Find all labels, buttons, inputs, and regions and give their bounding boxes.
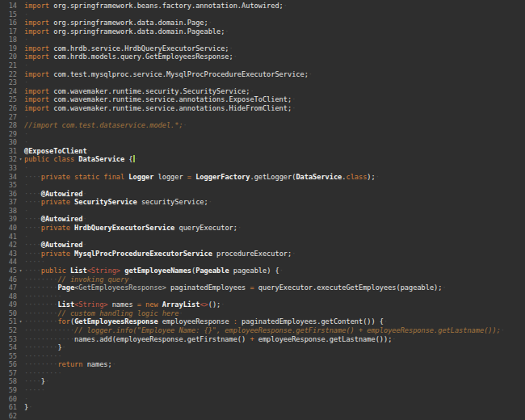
code-line[interactable]: 44····· (0, 258, 525, 267)
line-number[interactable]: 33 (0, 164, 17, 173)
line-number[interactable]: 44 (0, 258, 17, 267)
line-number[interactable]: 21 (0, 61, 17, 70)
line-number[interactable]: 40 (0, 224, 17, 233)
line-number[interactable]: 28 (0, 121, 17, 130)
code-line[interactable]: 27· (0, 113, 525, 122)
code-line[interactable]: 47········Page<GetEmployeesResponse> pag… (0, 284, 525, 292)
code-line[interactable]: 33· (0, 164, 525, 173)
line-number[interactable]: 31 (0, 147, 17, 156)
code-line[interactable]: 34····private static final Logger logger… (0, 173, 525, 182)
code-line[interactable]: 23· (0, 78, 525, 87)
code-line[interactable]: 55········· (0, 352, 525, 361)
code-line[interactable]: 58····}· (0, 377, 525, 386)
code-line[interactable]: 28//import com.test.dataservice.model.*;… (0, 121, 525, 130)
line-number[interactable]: 45 (0, 267, 17, 275)
code-line[interactable]: 20import com.hrdb.models.query.GetEmploy… (0, 52, 525, 61)
line-number[interactable]: 42 (0, 241, 17, 250)
code-line[interactable]: 59····· (0, 386, 525, 395)
line-number[interactable]: 50 (0, 309, 17, 318)
line-number[interactable]: 55 (0, 352, 17, 361)
line-number[interactable]: 52 (0, 326, 17, 335)
line-number[interactable]: 16 (0, 19, 17, 27)
code-line[interactable]: 21· (0, 61, 525, 70)
code-line[interactable]: 35· (0, 181, 525, 190)
code-line[interactable]: 32▾public class DataService {· (0, 155, 525, 164)
code-line[interactable]: 41· (0, 233, 525, 242)
code-line[interactable]: 36····@Autowired· (0, 190, 525, 199)
line-number[interactable]: 56 (0, 360, 17, 369)
line-number[interactable]: 53 (0, 335, 17, 344)
code-line[interactable]: 22import com.test.mysqlproc.service.Mysq… (0, 70, 525, 79)
code-line[interactable]: 25import com.wavemaker.runtime.service.a… (0, 95, 525, 104)
code-line[interactable]: 39····@Autowired· (0, 215, 525, 224)
code-line[interactable]: 16import org.springframework.data.domain… (0, 19, 525, 27)
line-number[interactable]: 23 (0, 78, 17, 87)
line-number[interactable]: 60 (0, 395, 17, 404)
line-number[interactable]: 43 (0, 250, 17, 258)
code-line[interactable]: 38· (0, 207, 525, 216)
line-number[interactable]: 38 (0, 207, 17, 216)
line-number[interactable]: 39 (0, 215, 17, 224)
line-number[interactable]: 57 (0, 369, 17, 378)
code-line[interactable]: 57········· (0, 369, 525, 378)
line-number[interactable]: 29 (0, 130, 17, 139)
code-line[interactable]: 37····private SecurityService securitySe… (0, 198, 525, 207)
code-line[interactable]: 31@ExposeToClient· (0, 147, 525, 156)
code-line[interactable]: 46········// invoking query· (0, 275, 525, 284)
line-number[interactable]: 62 (0, 412, 17, 420)
line-number[interactable]: 17 (0, 27, 17, 36)
code-line[interactable]: 53············names.add(employeeResponse… (0, 335, 525, 344)
code-line[interactable]: 62 (0, 412, 525, 420)
code-line[interactable]: 49········List<String> names = new Array… (0, 300, 525, 309)
code-line[interactable]: 30· (0, 138, 525, 147)
line-number[interactable]: 18 (0, 36, 17, 44)
code-line[interactable]: 19import com.hrdb.service.HrdbQueryExecu… (0, 44, 525, 53)
line-number[interactable]: 24 (0, 87, 17, 96)
line-number[interactable]: 46 (0, 275, 17, 284)
line-number[interactable]: 19 (0, 44, 17, 53)
line-number[interactable]: 58 (0, 377, 17, 386)
code-line[interactable]: 61}· (0, 403, 525, 412)
line-number[interactable]: 14 (0, 2, 17, 10)
code-line[interactable]: 24import com.wavemaker.runtime.security.… (0, 87, 525, 96)
fold-marker-icon[interactable]: ▾ (17, 267, 24, 275)
line-number[interactable]: 59 (0, 386, 17, 395)
line-number[interactable]: 22 (0, 70, 17, 79)
line-number[interactable]: 32 (0, 155, 17, 164)
line-number[interactable]: 20 (0, 52, 17, 61)
line-number[interactable]: 34 (0, 173, 17, 182)
code-line[interactable]: 29· (0, 130, 525, 139)
code-line[interactable]: 17import org.springframework.data.domain… (0, 27, 525, 36)
code-line[interactable]: 15· (0, 10, 525, 19)
code-line[interactable]: 52············// logger.info("Employee N… (0, 326, 525, 335)
code-editor[interactable]: 14import org.springframework.beans.facto… (0, 0, 525, 420)
line-number[interactable]: 54 (0, 343, 17, 352)
code-line[interactable]: 26import com.wavemaker.runtime.service.a… (0, 104, 525, 113)
line-number[interactable]: 36 (0, 190, 17, 199)
line-number[interactable]: 25 (0, 95, 17, 104)
line-number[interactable]: 35 (0, 181, 17, 190)
code-line[interactable]: 50········// custom handling logic here· (0, 309, 525, 318)
code-line[interactable]: 40····private HrdbQueryExecutorService q… (0, 224, 525, 233)
fold-marker-icon[interactable]: ▾ (17, 317, 24, 326)
code-line[interactable]: 42····@Autowired· (0, 241, 525, 250)
fold-marker-icon[interactable]: ▾ (17, 155, 24, 164)
code-line[interactable]: 43····private MysqlProcProcedureExecutor… (0, 250, 525, 258)
line-number[interactable]: 47 (0, 284, 17, 292)
line-number[interactable]: 30 (0, 138, 17, 147)
line-number[interactable]: 15 (0, 10, 17, 19)
code-line[interactable]: 60· (0, 395, 525, 404)
line-number[interactable]: 51 (0, 317, 17, 326)
line-number[interactable]: 41 (0, 233, 17, 242)
line-number[interactable]: 37 (0, 198, 17, 207)
line-number[interactable]: 27 (0, 113, 17, 122)
code-line[interactable]: 51▾········for(GetEmployeesResponse empl… (0, 317, 525, 326)
code-line[interactable]: 54········}· (0, 343, 525, 352)
line-number[interactable]: 49 (0, 300, 17, 309)
code-line[interactable]: 48········· (0, 292, 525, 301)
line-number[interactable]: 26 (0, 104, 17, 113)
line-number[interactable]: 61 (0, 403, 17, 412)
code-line[interactable]: 56········return names;· (0, 360, 525, 369)
code-line[interactable]: 45▾····public List<String> getEmployeeNa… (0, 267, 525, 275)
code-line[interactable]: 14import org.springframework.beans.facto… (0, 2, 525, 10)
